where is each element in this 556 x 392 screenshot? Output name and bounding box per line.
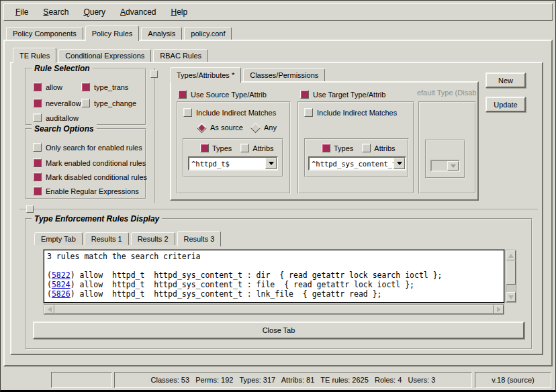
source-type-value: ^httpd_t$ [189,158,265,169]
type-trans-checkbox[interactable] [81,83,90,91]
default-type-label-clip: Default Type (Disabled) [417,89,476,97]
target-types-frame: Types Attribs ^httpd_sys_content_t$ [304,138,409,177]
scroll-up-icon[interactable] [506,250,516,260]
tab-empty[interactable]: Empty Tab [34,232,83,245]
rule-line: (5822) allow httpd_t httpd_sys_content_t… [47,271,501,280]
status-version: v.18 (source) [475,372,551,388]
types-attributes-frame: Use Source Type/Attrib Include Indirect … [170,81,479,201]
horizontal-sash[interactable] [19,209,538,210]
target-indirect-checkbox[interactable] [304,108,313,117]
main-tab-bar: Policy Components Policy Rules Analysis … [6,25,234,40]
target-attribs-checkbox[interactable] [362,144,371,152]
tab-te-rules[interactable]: TE Rules [13,48,56,63]
default-type-inner-frame [425,140,465,179]
default-type-combobox [430,160,460,172]
target-type-combobox[interactable]: ^httpd_sys_content_t$ [308,156,406,170]
mark-enabled-label: Mark enabled conditional rules [46,159,146,167]
scroll-right-icon[interactable] [494,305,504,314]
mark-disabled-label: Mark disabled conditional rules [46,173,147,181]
source-attribs-label: Attribs [252,144,273,152]
tab-results-2[interactable]: Results 2 [131,232,175,245]
tab-rbac-rules[interactable]: RBAC Rules [153,49,208,62]
menu-query[interactable]: Query [76,5,113,19]
update-button[interactable]: Update [485,97,526,112]
paren: ( [47,271,52,280]
target-type-value: ^httpd_sys_content_t$ [310,158,393,169]
source-combo-arrow-icon[interactable] [265,158,277,169]
regex-label: Enable Regular Expressions [46,187,139,195]
results-blank-line [47,261,501,271]
source-types-checkbox[interactable] [200,144,209,152]
source-types-label: Types [212,144,232,152]
type-change-checkbox[interactable] [81,99,90,107]
mark-enabled-checkbox[interactable] [33,158,42,167]
rule-number-link[interactable]: 5826 [52,289,71,299]
tab-policy-components[interactable]: Policy Components [6,27,83,40]
rule-line: (5824) allow httpd_t httpd_sys_content_t… [47,280,501,289]
rule-selection-group: Rule Selection allow type_trans neverall… [25,68,146,126]
search-options-title: Search Options [32,124,97,134]
new-button[interactable]: New [485,72,526,88]
menu-help[interactable]: Help [163,5,195,19]
target-panel: Include Indirect Matches Types Attribs ^… [297,101,414,194]
target-indirect-label: Include Indirect Matches [317,109,397,117]
menu-file[interactable]: File [8,5,36,19]
target-combo-arrow-icon[interactable] [393,158,405,169]
scroll-left-icon[interactable] [44,305,54,314]
tab-policy-rules[interactable]: Policy Rules [85,26,140,41]
scroll-down-icon[interactable] [506,292,516,302]
hscrollbar-thumb[interactable] [54,305,494,314]
tab-conditional-expressions[interactable]: Conditional Expressions [58,49,151,62]
te-rules-display-group: Type Enforcement Rules Display Empty Tab… [25,218,532,350]
mark-disabled-checkbox[interactable] [33,173,42,181]
neverallow-checkbox[interactable] [33,99,42,107]
tab-policy-conf[interactable]: policy.conf [184,27,232,40]
close-tab-button[interactable]: Close Tab [33,322,524,339]
apol-window: File Search Query Advanced Help Policy C… [0,0,556,392]
results-vscrollbar[interactable] [506,250,516,303]
source-types-frame: Types Attribs ^httpd_t$ [183,138,283,177]
vscrollbar-thumb[interactable] [506,260,516,285]
allow-checkbox[interactable] [33,83,42,91]
enabled-rules-checkbox[interactable] [33,143,42,152]
results-text-area[interactable]: 3 rules match the search criteria (5822)… [44,250,504,303]
any-label: Any [264,124,277,132]
vertical-sash[interactable] [154,68,156,203]
target-attribs-label: Attribs [374,144,395,152]
rule-tab-bar: TE Rules Conditional Expressions RBAC Ru… [13,48,210,62]
menu-advanced[interactable]: Advanced [113,5,163,19]
default-combo-arrow-icon [447,161,459,170]
paren: ( [47,280,52,289]
source-type-combobox[interactable]: ^httpd_t$ [188,156,278,170]
source-indirect-checkbox[interactable] [183,108,192,117]
tab-results-3[interactable]: Results 3 [177,231,222,246]
source-indirect-label: Include Indirect Matches [196,109,276,117]
source-attribs-checkbox[interactable] [240,144,249,152]
source-panel: Include Indirect Matches As source Any T… [177,101,291,194]
ta-tab-bar: Types/Attributes * Classes/Permissions [170,68,327,81]
regex-checkbox[interactable] [33,187,42,195]
rule-number-link[interactable]: 5824 [52,280,71,289]
te-rules-display-title: Type Enforcement Rules Display [32,214,162,224]
target-types-checkbox[interactable] [322,144,330,152]
tab-classes-permissions[interactable]: Classes/Permissions [243,68,325,81]
auditallow-label: auditallow [46,114,79,122]
rule-number-link[interactable]: 5822 [52,271,71,280]
status-stats: Classes: 53 Perms: 192 Types: 317 Attrib… [114,372,472,388]
tab-types-attributes[interactable]: Types/Attributes * [170,67,241,83]
tab-analysis[interactable]: Analysis [141,27,182,40]
as-source-radio[interactable] [197,122,207,133]
any-radio[interactable] [250,122,261,133]
menu-search[interactable]: Search [36,5,76,19]
vertical-sash-handle[interactable] [150,70,158,78]
use-target-label: Use Target Type/Attrib [313,91,385,99]
results-hscrollbar[interactable] [44,304,504,315]
horizontal-sash-handle[interactable] [26,205,34,213]
tab-results-1[interactable]: Results 1 [85,232,129,245]
use-target-checkbox[interactable] [300,90,309,99]
use-source-checkbox[interactable] [178,90,187,99]
auditallow-checkbox[interactable] [33,113,42,122]
rule-selection-title: Rule Selection [32,64,93,73]
rule-text: ) allow httpd_t httpd_sys_content_t : ln… [71,289,382,299]
target-types-label: Types [334,144,353,152]
